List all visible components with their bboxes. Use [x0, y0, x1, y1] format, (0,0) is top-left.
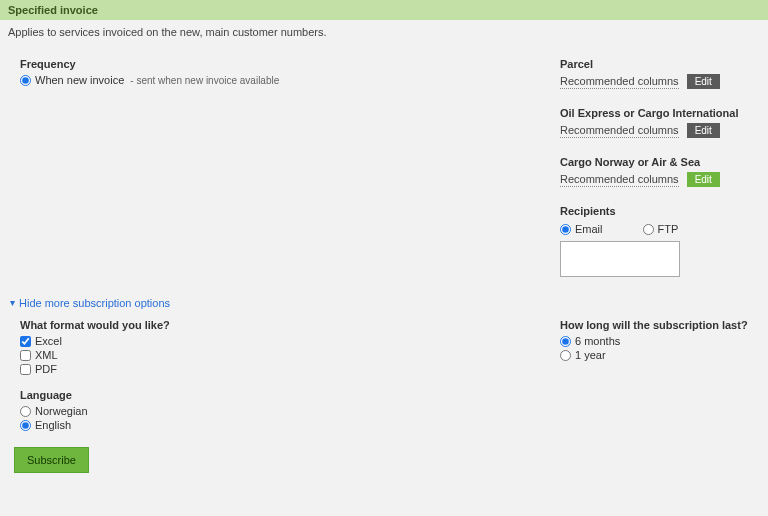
recipients-block: Recipients Email FTP — [560, 205, 760, 279]
recipients-title: Recipients — [560, 205, 760, 217]
language-english-radio[interactable] — [20, 420, 31, 431]
format-excel-label: Excel — [35, 335, 62, 347]
cargo-title: Cargo Norway or Air & Sea — [560, 156, 760, 168]
language-section: Language Norwegian English — [20, 389, 528, 431]
format-pdf-label: PDF — [35, 363, 57, 375]
page: Specified invoice Applies to services in… — [0, 0, 768, 516]
frequency-section: Frequency When new invoice - sent when n… — [20, 58, 560, 297]
recipients-textarea[interactable] — [560, 241, 680, 277]
parcel-recommended-link[interactable]: Recommended columns — [560, 75, 679, 89]
oil-title: Oil Express or Cargo International — [560, 107, 760, 119]
page-title: Specified invoice — [8, 4, 98, 16]
recipients-options: Email FTP — [560, 221, 760, 237]
format-title: What format would you like? — [20, 319, 528, 331]
upper-section: Frequency When new invoice - sent when n… — [0, 38, 768, 297]
oil-block: Oil Express or Cargo International Recom… — [560, 107, 760, 138]
parcel-edit-button[interactable]: Edit — [687, 74, 720, 89]
page-title-bar: Specified invoice — [0, 0, 768, 20]
right-column: Parcel Recommended columns Edit Oil Expr… — [560, 58, 760, 297]
format-pdf-checkbox[interactable] — [20, 364, 31, 375]
frequency-radio-label: When new invoice — [35, 74, 124, 86]
frequency-radio-new-invoice[interactable] — [20, 75, 31, 86]
lower-section: What format would you like? Excel XML PD… — [0, 319, 768, 433]
duration-section: How long will the subscription last? 6 m… — [560, 319, 760, 361]
recipients-ftp-label: FTP — [658, 223, 679, 235]
subscribe-button[interactable]: Subscribe — [14, 447, 89, 473]
frequency-hint: - sent when new invoice available — [130, 75, 279, 86]
duration-year-radio[interactable] — [560, 350, 571, 361]
format-xml-checkbox[interactable] — [20, 350, 31, 361]
language-english-label: English — [35, 419, 71, 431]
oil-recommended-link[interactable]: Recommended columns — [560, 124, 679, 138]
frequency-option-row: When new invoice - sent when new invoice… — [20, 74, 528, 86]
format-excel-checkbox[interactable] — [20, 336, 31, 347]
recipients-radio-email[interactable] — [560, 224, 571, 235]
duration-year-label: 1 year — [575, 349, 606, 361]
format-xml-label: XML — [35, 349, 58, 361]
duration-six-label: 6 months — [575, 335, 620, 347]
recipients-radio-ftp[interactable] — [643, 224, 654, 235]
language-title: Language — [20, 389, 528, 401]
toggle-more-options[interactable]: ▾ Hide more subscription options — [0, 297, 768, 309]
lower-right: How long will the subscription last? 6 m… — [560, 319, 760, 433]
page-subtitle: Applies to services invoiced on the new,… — [0, 20, 768, 38]
duration-title: How long will the subscription last? — [560, 319, 760, 331]
oil-edit-button[interactable]: Edit — [687, 123, 720, 138]
language-norwegian-radio[interactable] — [20, 406, 31, 417]
recipients-email-label: Email — [575, 223, 603, 235]
format-section: What format would you like? Excel XML PD… — [20, 319, 528, 375]
cargo-recommended-link[interactable]: Recommended columns — [560, 173, 679, 187]
frequency-title: Frequency — [20, 58, 528, 70]
subscribe-row: Subscribe — [0, 433, 768, 473]
cargo-block: Cargo Norway or Air & Sea Recommended co… — [560, 156, 760, 187]
duration-six-radio[interactable] — [560, 336, 571, 347]
parcel-block: Parcel Recommended columns Edit — [560, 58, 760, 89]
language-norwegian-label: Norwegian — [35, 405, 88, 417]
lower-left: What format would you like? Excel XML PD… — [20, 319, 560, 433]
cargo-edit-button[interactable]: Edit — [687, 172, 720, 187]
toggle-label: Hide more subscription options — [19, 297, 170, 309]
parcel-title: Parcel — [560, 58, 760, 70]
chevron-down-icon: ▾ — [10, 298, 15, 308]
